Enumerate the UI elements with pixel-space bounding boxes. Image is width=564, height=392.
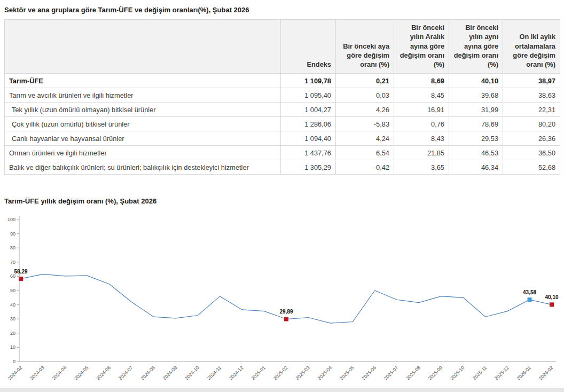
row-label: Tarım-ÜFE — [5, 74, 281, 88]
column-header: Bir önceki yılın aynı ayına göre değişim… — [449, 20, 503, 74]
x-tick-label: 2025-12 — [494, 365, 510, 381]
row-label: Çok yıllık (uzun ömürlü) bitkisel ürünle… — [5, 117, 281, 131]
annotation-label: 43,58 — [523, 289, 536, 295]
y-tick-label: 30 — [10, 317, 15, 322]
table-row: Tarım-ÜFE1 109,780,218,6940,1038,97 — [5, 74, 560, 88]
cell-value: 4,24 — [336, 131, 394, 146]
cell-value: 46,53 — [449, 146, 503, 160]
cell-value: 4,26 — [336, 103, 394, 117]
cell-value: 0,21 — [336, 74, 394, 88]
annotation-marker — [19, 277, 23, 281]
series-line — [21, 275, 552, 324]
y-tick-label: 90 — [10, 231, 15, 237]
line-chart: 01020304050607080901002024-022024-032024… — [4, 213, 560, 390]
table-row: Orman ürünleri ve ilgili hizmetler1 437,… — [5, 146, 560, 160]
table-title: Sektör ve ana gruplara göre Tarım-ÜFE ve… — [4, 6, 560, 14]
table-row: Tek yıllık (uzun ömürlü olmayan) bitkise… — [5, 103, 560, 117]
y-tick-label: 0 — [13, 359, 15, 364]
x-tick-label: 2025-07 — [383, 365, 399, 381]
column-header: Bir önceki aya göre değişim oranı (%) — [336, 20, 394, 74]
row-label: Tek yıllık (uzun ömürlü olmayan) bitkise… — [5, 103, 281, 117]
table-row: Tarım ve avcılık ürünleri ve ilgili hizm… — [5, 88, 560, 103]
footer-bar — [0, 388, 564, 392]
row-label: Balık ve diğer balıkçılık ürünleri; su ü… — [5, 160, 281, 175]
x-tick-label: 2024-12 — [228, 365, 244, 381]
cell-value: 1 437,76 — [281, 146, 336, 160]
column-header: On iki aylık ortalamalara göre değişim o… — [503, 20, 560, 74]
x-tick-label: 2025-09 — [427, 365, 443, 381]
y-tick-label: 40 — [10, 302, 15, 308]
y-tick-label: 20 — [10, 331, 15, 336]
cell-value: 1 286,06 — [281, 117, 336, 131]
cell-value: 52,68 — [503, 160, 560, 175]
x-tick-label: 2025-01 — [250, 365, 267, 381]
cell-value: 1 305,29 — [281, 160, 336, 175]
x-tick-label: 2025-10 — [449, 365, 465, 381]
x-tick-label: 2025-06 — [361, 365, 377, 381]
cell-value: 40,10 — [449, 74, 503, 88]
cell-value: 3,65 — [394, 160, 449, 175]
cell-value: 1 004,27 — [281, 103, 336, 117]
table-row: Balık ve diğer balıkçılık ürünleri; su ü… — [5, 160, 560, 175]
x-tick-label: 2025-05 — [339, 365, 355, 381]
cell-value: 31,99 — [449, 103, 503, 117]
agri-ppi-table: EndeksBir önceki aya göre değişim oranı … — [4, 19, 560, 175]
cell-value: 80,20 — [503, 117, 560, 131]
cell-value: 1 109,78 — [281, 74, 336, 88]
x-tick-label: 2025-04 — [317, 365, 333, 381]
x-tick-label: 2024-10 — [184, 365, 200, 381]
table-row: Canlı hayvanlar ve hayvansal ürünler1 09… — [5, 131, 560, 146]
cell-value: 16,91 — [394, 103, 449, 117]
x-tick-label: 2026-02 — [538, 365, 554, 381]
cell-value: 38,97 — [503, 74, 560, 88]
annotation-label: 29,89 — [279, 309, 293, 315]
row-label: Tarım ve avcılık ürünleri ve ilgili hizm… — [5, 88, 281, 103]
x-tick-label: 2024-11 — [206, 365, 222, 381]
page: Sektör ve ana gruplara göre Tarım-ÜFE ve… — [0, 0, 564, 392]
cell-value: 26,36 — [503, 131, 560, 146]
cell-value: 8,69 — [394, 74, 449, 88]
cell-value: 39,68 — [449, 88, 503, 103]
x-tick-label: 2024-02 — [7, 365, 23, 381]
x-tick-label: 2025-02 — [272, 365, 288, 381]
table-header: EndeksBir önceki aya göre değişim oranı … — [5, 20, 560, 74]
cell-value: 21,85 — [394, 146, 449, 160]
column-header: Bir önceki yılın Aralık ayına göre değiş… — [394, 20, 449, 74]
table-row: Çok yıllık (uzun ömürlü) bitkisel ürünle… — [5, 117, 560, 131]
annotation-label: 58,29 — [14, 269, 27, 275]
cell-value: 8,45 — [394, 88, 449, 103]
y-tick-label: 80 — [10, 246, 15, 251]
x-tick-label: 2024-06 — [96, 365, 112, 381]
annotation-label: 40,10 — [545, 295, 558, 301]
cell-value: 1 095,40 — [281, 88, 336, 103]
x-tick-label: 2025-03 — [294, 365, 310, 381]
cell-value: 78,69 — [449, 117, 503, 131]
chart-area: 01020304050607080901002024-022024-032024… — [4, 213, 560, 392]
cell-value: 46,34 — [449, 160, 503, 175]
y-tick-label: 50 — [10, 288, 15, 293]
x-tick-label: 2024-09 — [162, 365, 178, 381]
cell-value: 0,76 — [394, 117, 449, 131]
cell-value: 22,31 — [503, 103, 560, 117]
y-tick-label: 100 — [7, 217, 15, 222]
x-tick-label: 2026-01 — [516, 365, 532, 381]
cell-value: 38,63 — [503, 88, 560, 103]
column-header: Endeks — [281, 20, 336, 74]
table-header-row: EndeksBir önceki aya göre değişim oranı … — [5, 20, 560, 74]
row-label: Orman ürünleri ve ilgili hizmetler — [5, 146, 281, 160]
table-body: Tarım-ÜFE1 109,780,218,6940,1038,97Tarım… — [5, 74, 560, 175]
annotation-marker — [528, 297, 532, 302]
chart-title: Tarım-ÜFE yıllık değişim oranı (%), Şuba… — [4, 197, 560, 205]
cell-value: -0,42 — [336, 160, 394, 175]
x-tick-label: 2024-04 — [51, 365, 67, 381]
row-label-column-header — [5, 20, 281, 74]
annotation-marker — [550, 303, 554, 307]
annotation-marker — [284, 317, 288, 322]
cell-value: -5,83 — [336, 117, 394, 131]
y-tick-label: 70 — [10, 260, 15, 265]
x-tick-label: 2024-08 — [139, 365, 155, 381]
x-tick-label: 2024-03 — [29, 365, 45, 381]
x-tick-label: 2025-11 — [472, 365, 488, 381]
cell-value: 0,03 — [336, 88, 394, 103]
cell-value: 6,54 — [336, 146, 394, 160]
